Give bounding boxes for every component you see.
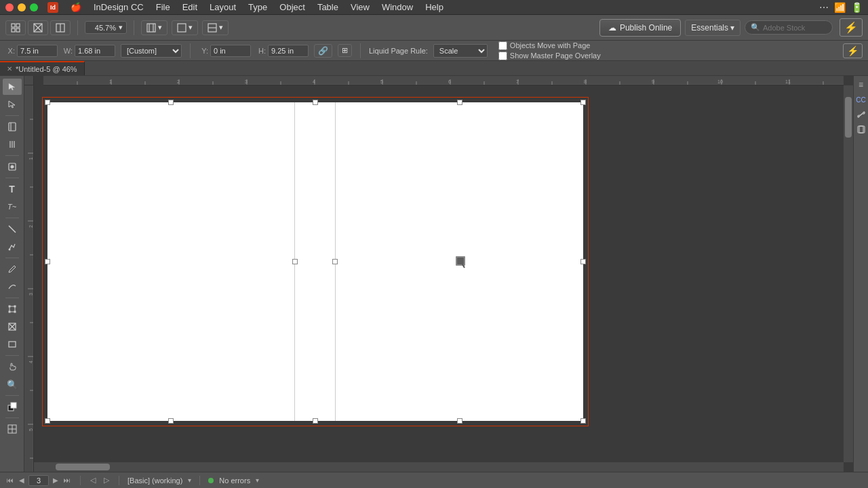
w-label: W:: [63, 47, 73, 55]
handle-bottom-left[interactable]: [45, 418, 50, 424]
last-page-btn[interactable]: ⏭: [62, 476, 72, 484]
error-dropdown-icon[interactable]: ▾: [256, 476, 259, 484]
menu-layout[interactable]: Layout: [204, 1, 241, 14]
svg-rect-15: [9, 123, 16, 131]
h-scroll-thumb[interactable]: [56, 464, 110, 470]
quick-apply-btn[interactable]: ⚡: [843, 43, 863, 58]
smooth-tool[interactable]: [3, 279, 22, 295]
liquid-page-select[interactable]: Scale: [433, 44, 488, 58]
search-box[interactable]: 🔍: [745, 20, 833, 35]
handle-top-right-center[interactable]: [457, 100, 462, 105]
x-label: X:: [5, 47, 15, 55]
pages-panel-btn[interactable]: [855, 123, 867, 136]
zoom-control[interactable]: 45.7% ▾: [85, 21, 127, 34]
links-btn[interactable]: [855, 108, 867, 121]
gap-tool[interactable]: [3, 136, 22, 152]
svg-rect-3: [16, 28, 20, 32]
screen-mode-btn[interactable]: ▾: [172, 20, 198, 35]
handle-right-center[interactable]: [580, 259, 586, 264]
menu-file[interactable]: File: [151, 1, 176, 14]
menu-help[interactable]: Help: [420, 1, 449, 14]
properties-panel-btn[interactable]: ≡: [855, 79, 867, 91]
w-input[interactable]: 1.68 in: [75, 45, 115, 57]
show-master-checkbox[interactable]: [498, 52, 507, 60]
v-scroll-thumb[interactable]: [845, 97, 852, 138]
handle-top-center[interactable]: [313, 100, 318, 105]
view-quality-btn[interactable]: ▾: [202, 20, 229, 35]
left-separator-3: [5, 178, 19, 178]
selection-tool[interactable]: [3, 79, 22, 95]
type-path-tool[interactable]: T~: [3, 199, 22, 215]
menu-edit[interactable]: Edit: [177, 1, 203, 14]
grid-tool-btn[interactable]: [5, 20, 26, 35]
menu-table[interactable]: Table: [312, 1, 344, 14]
chain-link-btn[interactable]: 🔗: [314, 44, 332, 58]
publish-online-button[interactable]: ☁ Publish Online: [599, 19, 681, 37]
rectangle-frame-tool[interactable]: [3, 319, 22, 335]
page-left[interactable]: [47, 102, 295, 421]
h-scrollbar[interactable]: [34, 462, 844, 472]
zoom-input[interactable]: 45.7%: [89, 24, 116, 32]
layout-btn[interactable]: [50, 20, 71, 35]
handle-left-center[interactable]: [45, 259, 50, 264]
zoom-tool-left[interactable]: 🔍: [3, 376, 22, 392]
canvas-scroll-area[interactable]: [34, 85, 844, 472]
sync-btn[interactable]: ⚡: [840, 18, 863, 37]
cc-btn[interactable]: CC: [855, 94, 867, 106]
prev-page-btn[interactable]: ◀: [18, 476, 26, 484]
search-input[interactable]: [763, 24, 827, 32]
essentials-button[interactable]: Essentials ▾: [685, 20, 741, 36]
menu-indesign[interactable]: InDesign CC: [88, 1, 149, 14]
custom-select[interactable]: [Custom]: [121, 44, 182, 58]
direct-selection-tool[interactable]: [3, 96, 22, 113]
page-right[interactable]: [336, 102, 583, 421]
handle-bottom-left-center[interactable]: [168, 418, 174, 424]
rectangle-tool[interactable]: [3, 336, 22, 352]
next-spread-btn[interactable]: ▷: [102, 476, 111, 485]
x-input[interactable]: 7.5 in: [17, 45, 58, 57]
pencil-tool[interactable]: [3, 261, 22, 277]
view-options-btn[interactable]: ▾: [141, 20, 167, 35]
frame-tool-btn[interactable]: [28, 20, 48, 35]
zoom-dropdown-icon[interactable]: ▾: [119, 23, 123, 32]
menu-view[interactable]: View: [345, 1, 375, 14]
transform-ref-btn[interactable]: ⊞: [338, 44, 352, 57]
page-tool[interactable]: [3, 119, 22, 135]
page-number-input[interactable]: 3: [28, 475, 49, 486]
handle-bottom-right[interactable]: [580, 418, 586, 424]
y-input[interactable]: 0 in: [210, 45, 251, 57]
type-tool[interactable]: T: [3, 181, 22, 197]
minimize-button[interactable]: [18, 3, 26, 12]
document-tab[interactable]: ✕ *Untitled-5 @ 46%: [0, 61, 85, 75]
working-state-dropdown-icon[interactable]: ▾: [188, 476, 191, 484]
line-tool[interactable]: [3, 221, 22, 237]
handle-bottom-right-center[interactable]: [457, 418, 462, 424]
free-transform-tool[interactable]: [3, 301, 22, 317]
fill-stroke-tool[interactable]: [3, 399, 22, 415]
handle-bottom-center[interactable]: [313, 418, 318, 424]
handle-top-left-center[interactable]: [168, 100, 174, 105]
pen-tool[interactable]: [3, 239, 22, 255]
close-button[interactable]: [5, 3, 14, 12]
view-mode-tool[interactable]: [3, 421, 22, 437]
menu-window[interactable]: Window: [376, 1, 418, 14]
handle-spine-left[interactable]: [292, 259, 298, 264]
first-page-btn[interactable]: ⏮: [5, 476, 15, 484]
hand-tool[interactable]: [3, 359, 22, 375]
h-input[interactable]: 9.25 in: [268, 45, 309, 57]
obj-move-checkbox[interactable]: [498, 41, 507, 50]
left-separator-4: [5, 218, 19, 218]
close-tab-icon[interactable]: ✕: [7, 65, 12, 73]
maximize-button[interactable]: [30, 3, 38, 12]
apple-menu[interactable]: 🍎: [65, 1, 87, 14]
prev-spread-btn[interactable]: ◁: [89, 476, 97, 485]
menu-type[interactable]: Type: [243, 1, 273, 14]
content-tool[interactable]: [3, 159, 22, 175]
menu-object[interactable]: Object: [274, 1, 311, 14]
handle-spine-right[interactable]: [332, 259, 338, 264]
v-scrollbar[interactable]: [844, 85, 853, 462]
handle-top-left[interactable]: [45, 100, 50, 105]
obj-move-group: Objects Move with Page: [498, 41, 601, 50]
next-page-btn[interactable]: ▶: [52, 476, 60, 484]
handle-top-right[interactable]: [580, 100, 586, 105]
